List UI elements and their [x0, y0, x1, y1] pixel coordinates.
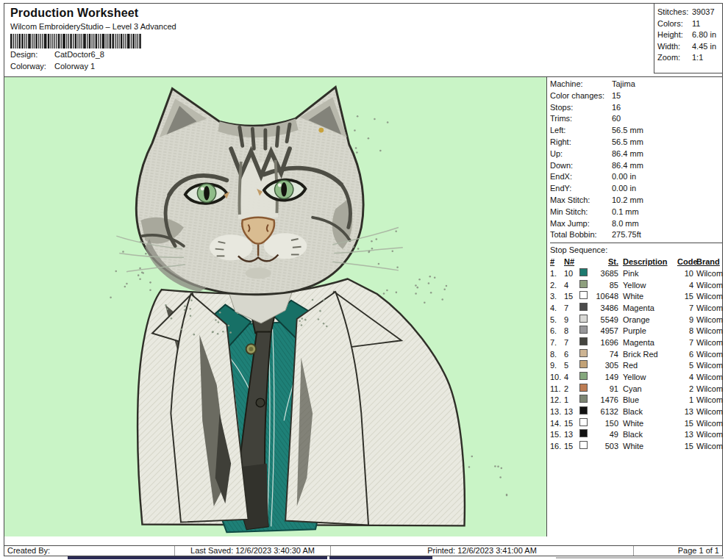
stat-row: Stitches: 39037 — [657, 7, 720, 18]
stop-sequence-row: 3. 15 10648 White 15 Wilcom — [550, 291, 723, 303]
page-title: Production Worksheet — [10, 7, 648, 20]
thread-color-swatch — [579, 384, 588, 392]
thread-color-swatch — [579, 372, 588, 380]
stat-row: Height: 6.80 in — [657, 29, 720, 41]
colorway-row: Colorway: Colorway 1 — [10, 60, 648, 72]
stop-sequence-header-row: # N# St. Description Code Brand — [550, 256, 723, 268]
stop-sequence-row: 15. 13 49 Black 13 Wilcom — [550, 429, 723, 441]
thread-color-swatch — [579, 349, 588, 357]
machine-info-row: Min Stitch: 0.1 mm — [550, 207, 723, 218]
production-worksheet-page: Production Worksheet Wilcom EmbroiderySt… — [4, 3, 723, 556]
stop-sequence-row: 1. 10 3685 Pink 10 Wilcom — [550, 268, 723, 280]
stop-sequence-rows: 1. 10 3685 Pink 10 Wilcom 2. — [550, 268, 723, 453]
design-stats-box: Stitches: 39037 Colors: 11 Height: 6.80 … — [654, 4, 722, 73]
stop-sequence-row: 10. 4 149 Yellow 4 Wilcom — [550, 372, 723, 384]
stop-sequence-row: 9. 5 305 Red 5 Wilcom — [550, 360, 723, 372]
page-number-cell: Page 1 of 1 — [634, 546, 722, 556]
stop-sequence-row: 7. 7 1696 Magenta 7 Wilcom — [550, 337, 723, 349]
thread-color-swatch — [579, 268, 588, 276]
colorway-label: Colorway: — [10, 60, 52, 72]
design-label: Design: — [10, 49, 52, 60]
stop-sequence-table: # N# St. Description Code Brand 1. — [550, 256, 723, 453]
stop-sequence-row: 8. 6 74 Brick Red 6 Wilcom — [550, 349, 723, 361]
cat-doctor-design — [4, 77, 546, 536]
thread-color-swatch — [579, 303, 588, 311]
stop-sequence-row: 12. 1 1476 Blue 1 Wilcom — [550, 395, 723, 406]
stop-sequence-title: Stop Sequence: — [550, 245, 723, 256]
machine-info-row: Down: 86.4 mm — [550, 160, 723, 172]
stat-row: Zoom: 1:1 — [657, 52, 720, 64]
colorway-value: Colorway 1 — [54, 62, 95, 71]
printed-cell: Printed: 12/6/2023 3:41:00 AM — [331, 546, 634, 556]
machine-info-row: Max Stitch: 10.2 mm — [550, 195, 723, 207]
worksheet-header: Production Worksheet Wilcom EmbroiderySt… — [4, 4, 722, 76]
stop-sequence-row: 16. 15 503 White 15 Wilcom — [550, 441, 723, 453]
thread-color-swatch — [579, 315, 588, 323]
machine-info-row: Max Jump: 8.0 mm — [550, 218, 723, 230]
worksheet-footer: Created By: Last Saved: 12/6/2023 3:40:3… — [4, 545, 722, 556]
machine-info-row: Trims: 60 — [550, 113, 723, 125]
thread-color-swatch — [579, 280, 588, 288]
footer-shadow-bar — [329, 556, 432, 559]
stop-sequence-row: 11. 2 91 Cyan 2 Wilcom — [550, 384, 723, 395]
stop-sequence-row: 2. 4 85 Yellow 4 Wilcom — [550, 280, 723, 292]
machine-info-row: EndX: 0.00 in — [550, 171, 723, 183]
machine-info-row: Stops: 16 — [550, 102, 723, 114]
stop-sequence-row: 13. 13 6132 Black 13 Wilcom — [550, 406, 723, 418]
stop-sequence-section: Stop Sequence: # N# St. Description Code… — [550, 243, 723, 453]
thread-color-swatch — [579, 326, 588, 334]
machine-info-row: Right: 56.5 mm — [550, 137, 723, 148]
machine-info-panel: Machine: Tajima Color changes: 15 Stops:… — [546, 77, 725, 536]
footer-shadow-bar — [68, 556, 327, 559]
machine-info-rows: Machine: Tajima Color changes: 15 Stops:… — [550, 79, 723, 241]
header-left: Production Worksheet Wilcom EmbroiderySt… — [4, 4, 654, 76]
thread-color-swatch — [579, 429, 588, 437]
stop-sequence-row: 14. 15 150 White 15 Wilcom — [550, 418, 723, 430]
thread-color-swatch — [579, 337, 588, 345]
worksheet-body: Machine: Tajima Color changes: 15 Stops:… — [4, 76, 722, 536]
machine-info-row: Color changes: 15 — [550, 90, 723, 102]
app-subtitle: Wilcom EmbroideryStudio – Level 3 Advanc… — [10, 22, 648, 31]
thread-color-swatch — [579, 291, 588, 299]
machine-info-row: Left: 56.5 mm — [550, 125, 723, 137]
machine-info-row: EndY: 0.00 in — [550, 183, 723, 195]
stat-row: Colors: 11 — [657, 18, 720, 30]
stop-sequence-row: 5. 9 5549 Orange 9 Wilcom — [550, 315, 723, 326]
machine-info-row: Machine: Tajima — [550, 79, 723, 90]
stat-row: Width: 4.45 in — [657, 41, 720, 53]
design-value: CatDoctor6_8 — [54, 50, 104, 59]
design-barcode — [10, 34, 141, 49]
machine-info-row: Up: 86.4 mm — [550, 148, 723, 160]
thread-color-swatch — [579, 360, 588, 368]
last-saved-cell: Last Saved: 12/6/2023 3:40:30 AM — [175, 546, 331, 556]
footer-shadow-bar — [556, 557, 724, 559]
thread-color-swatch — [579, 418, 588, 426]
cat-head — [116, 87, 402, 295]
stop-sequence-row: 4. 7 3486 Magenta 7 Wilcom — [550, 303, 723, 315]
thread-color-swatch — [579, 406, 588, 414]
design-name-row: Design: CatDoctor6_8 — [10, 49, 648, 60]
thread-color-swatch — [579, 395, 588, 403]
machine-info-row: Total Bobbin: 275.75ft — [550, 229, 723, 241]
design-canvas — [4, 77, 546, 536]
thread-color-swatch — [579, 441, 588, 449]
stop-sequence-row: 6. 8 4957 Purple 8 Wilcom — [550, 326, 723, 337]
created-by-cell: Created By: — [4, 546, 175, 556]
